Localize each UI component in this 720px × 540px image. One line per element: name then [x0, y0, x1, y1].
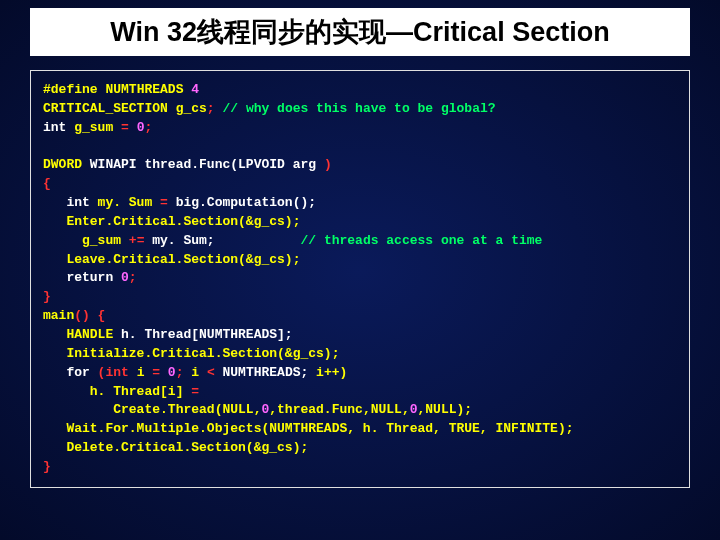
- t: (int: [98, 365, 137, 380]
- t: [43, 214, 66, 229]
- t: main: [43, 308, 74, 323]
- t: g_sum: [82, 233, 121, 248]
- t: Create.Thread(NULL,: [113, 402, 261, 417]
- t: [43, 440, 66, 455]
- t: my. Sum: [98, 195, 153, 210]
- t: 0: [121, 270, 129, 285]
- t: g_sum: [74, 120, 113, 135]
- t: =: [113, 120, 136, 135]
- code-line: Initialize.Critical.Section(&g_cs);: [43, 345, 677, 364]
- t: CRITICAL_SECTION: [43, 101, 168, 116]
- code-line: #define NUMTHREADS 4: [43, 81, 677, 100]
- t: Initialize.Critical.Section(&g_cs);: [66, 346, 339, 361]
- code-line: HANDLE h. Thread[NUMTHREADS];: [43, 326, 677, 345]
- code-line: [43, 138, 677, 157]
- code-line: Wait.For.Multiple.Objects(NUMTHREADS, h.…: [43, 420, 677, 439]
- t: int: [43, 120, 74, 135]
- t: 0: [168, 365, 176, 380]
- t: h. Thread[NUMTHREADS];: [121, 327, 293, 342]
- code-line: for (int i = 0; i < NUMTHREADS; i++): [43, 364, 677, 383]
- t: thread.Func(LPVOID: [144, 157, 284, 172]
- code-block: #define NUMTHREADS 4 CRITICAL_SECTION g_…: [30, 70, 690, 488]
- code-line: {: [43, 175, 677, 194]
- t: ;: [144, 120, 152, 135]
- t: [43, 402, 113, 417]
- t: // threads access one at a time: [301, 233, 543, 248]
- code-line: Delete.Critical.Section(&g_cs);: [43, 439, 677, 458]
- t: WINAPI: [82, 157, 144, 172]
- code-line: CRITICAL_SECTION g_cs; // why does this …: [43, 100, 677, 119]
- t: Enter.Critical.Section(&g_cs);: [66, 214, 300, 229]
- t: NUMTHREADS: [105, 82, 183, 97]
- t: [215, 233, 301, 248]
- t: [113, 327, 121, 342]
- t: NUMTHREADS;: [222, 365, 316, 380]
- t: 0: [410, 402, 418, 417]
- t: [43, 327, 66, 342]
- t: +=: [121, 233, 152, 248]
- code-line: Create.Thread(NULL,0,thread.Func,NULL,0,…: [43, 401, 677, 420]
- t: int: [43, 195, 98, 210]
- t: my. Sum;: [152, 233, 214, 248]
- t: <: [199, 365, 222, 380]
- t: ;: [129, 270, 137, 285]
- code-line: int my. Sum = big.Computation();: [43, 194, 677, 213]
- t: i: [191, 365, 199, 380]
- t: g_cs: [176, 101, 207, 116]
- slide-title: Win 32线程同步的实现—Critical Section: [30, 8, 690, 56]
- t: i++): [316, 365, 347, 380]
- code-line: main() {: [43, 307, 677, 326]
- t: Delete.Critical.Section(&g_cs);: [66, 440, 308, 455]
- t: =: [144, 365, 167, 380]
- t: for: [43, 365, 98, 380]
- t: 4: [191, 82, 199, 97]
- t: [43, 346, 66, 361]
- t: ,NULL);: [418, 402, 473, 417]
- t: // why does this have to be global?: [222, 101, 495, 116]
- t: Wait.For.Multiple.Objects(NUMTHREADS, h.…: [66, 421, 573, 436]
- t: =: [183, 384, 206, 399]
- code-line: h. Thread[i] =: [43, 383, 677, 402]
- code-line: int g_sum = 0;: [43, 119, 677, 138]
- t: [43, 421, 66, 436]
- code-line: return 0;: [43, 269, 677, 288]
- t: Leave.Critical.Section(&g_cs);: [66, 252, 300, 267]
- t: big.Computation();: [176, 195, 316, 210]
- t: #define: [43, 82, 98, 97]
- code-line: g_sum += my. Sum; // threads access one …: [43, 232, 677, 251]
- code-line: Leave.Critical.Section(&g_cs);: [43, 251, 677, 270]
- t: return: [43, 270, 121, 285]
- code-line: DWORD WINAPI thread.Func(LPVOID arg ): [43, 156, 677, 175]
- t: [43, 384, 90, 399]
- t: h. Thread[i]: [90, 384, 184, 399]
- t: ;: [207, 101, 215, 116]
- t: ,thread.Func,NULL,: [269, 402, 409, 417]
- code-line: }: [43, 288, 677, 307]
- t: arg: [285, 157, 324, 172]
- t: {: [43, 176, 51, 191]
- t: [43, 233, 82, 248]
- t: [43, 252, 66, 267]
- t: }: [43, 459, 51, 474]
- t: () {: [74, 308, 105, 323]
- code-line: }: [43, 458, 677, 477]
- code-line: Enter.Critical.Section(&g_cs);: [43, 213, 677, 232]
- t: =: [152, 195, 175, 210]
- t: HANDLE: [66, 327, 113, 342]
- t: }: [43, 289, 51, 304]
- slide: Win 32线程同步的实现—Critical Section #define N…: [0, 0, 720, 540]
- t: ): [324, 157, 332, 172]
- t: ;: [176, 365, 192, 380]
- t: DWORD: [43, 157, 82, 172]
